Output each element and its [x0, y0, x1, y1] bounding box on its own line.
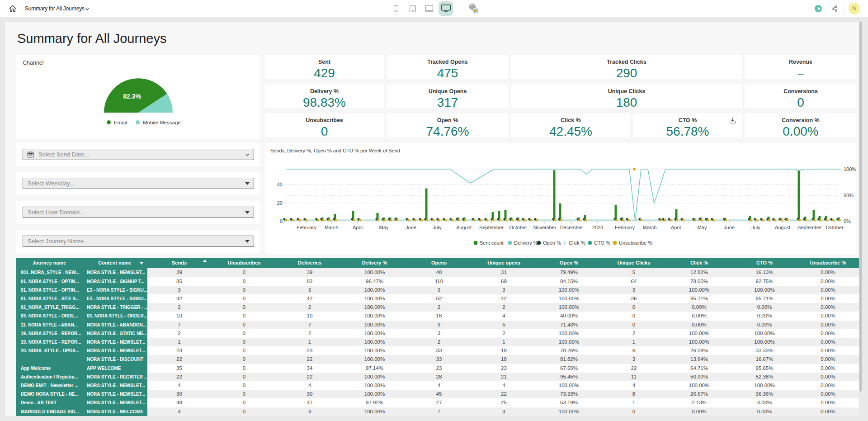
svg-text:May: May: [379, 225, 389, 230]
svg-text:June: June: [724, 225, 735, 230]
svg-text:50%: 50%: [844, 193, 854, 198]
svg-text:0: 0: [280, 218, 283, 224]
svg-text:April: April: [353, 225, 363, 230]
svg-text:Unsubscribe %: Unsubscribe %: [619, 240, 652, 246]
svg-text:Click %: Click %: [569, 240, 585, 246]
svg-text:September: September: [797, 225, 822, 230]
svg-text:82.3%: 82.3%: [123, 93, 141, 100]
svg-text:March: March: [325, 225, 339, 230]
svg-text:March: March: [643, 225, 657, 230]
svg-text:Sent count: Sent count: [480, 240, 504, 246]
svg-text:May: May: [698, 225, 707, 230]
svg-text:20: 20: [277, 200, 283, 206]
svg-text:June: June: [406, 225, 416, 230]
svg-text:February: February: [297, 225, 317, 230]
svg-text:July: July: [751, 225, 760, 230]
svg-text:October: October: [509, 225, 527, 230]
svg-text:CTO %: CTO %: [594, 240, 610, 246]
svg-text:November: November: [533, 225, 557, 230]
svg-text:February: February: [615, 225, 635, 230]
svg-text:October: October: [826, 225, 843, 230]
svg-text:August: August: [456, 225, 472, 230]
svg-text:40: 40: [277, 182, 283, 187]
svg-text:100%: 100%: [844, 166, 856, 172]
svg-text:September: September: [479, 225, 504, 230]
svg-text:July: July: [433, 225, 442, 230]
svg-text:December: December: [560, 225, 583, 230]
svg-text:April: April: [671, 225, 681, 230]
svg-text:Delivery %: Delivery %: [514, 240, 538, 246]
svg-text:0%: 0%: [844, 218, 851, 224]
svg-text:Open %: Open %: [543, 240, 561, 246]
svg-text:2023: 2023: [592, 225, 603, 230]
svg-text:August: August: [775, 225, 790, 230]
